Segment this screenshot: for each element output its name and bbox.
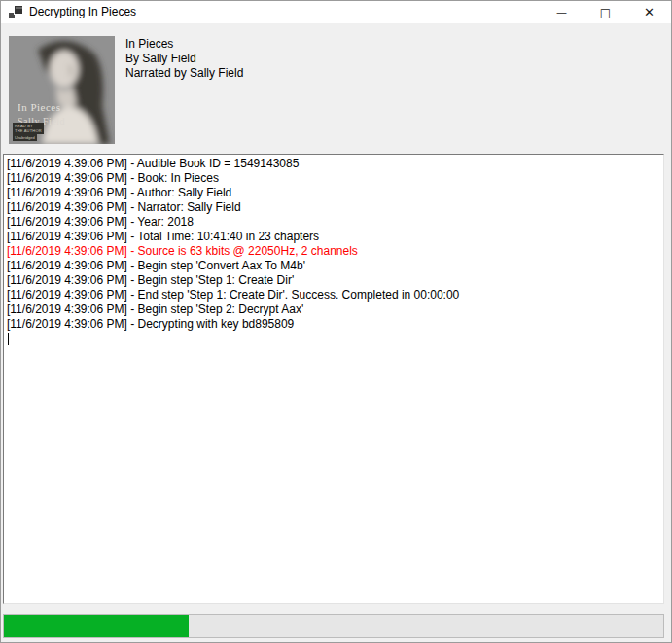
book-info-label: In Pieces By Sally Field Narrated by Sal… <box>125 37 243 81</box>
book-author: By Sally Field <box>125 52 243 66</box>
window-title: Decrypting In Pieces <box>29 1 136 23</box>
close-icon: ✕ <box>644 5 654 19</box>
log-line: [11/6/2019 4:39:06 PM] - Source is 63 kb… <box>7 244 660 259</box>
cover-unabridged-badge: Unabridged <box>13 134 37 141</box>
log-line: [11/6/2019 4:39:06 PM] - Audible Book ID… <box>7 157 660 171</box>
book-cover-image: In Pieces Sally Field READ BYTHE AUTHOR … <box>9 36 115 144</box>
log-line: [11/6/2019 4:39:06 PM] - Begin step 'Ste… <box>7 273 660 288</box>
maximize-button[interactable]: □ <box>584 1 627 23</box>
book-narrator: Narrated by Sally Field <box>125 66 243 81</box>
log-textbox[interactable]: [11/6/2019 4:39:06 PM] - Audible Book ID… <box>3 154 664 604</box>
log-line: [11/6/2019 4:39:06 PM] - Year: 2018 <box>7 215 660 230</box>
maximize-icon: □ <box>600 6 611 19</box>
close-button[interactable]: ✕ <box>627 1 671 23</box>
log-line: [11/6/2019 4:39:06 PM] - End step 'Step … <box>7 288 660 303</box>
minimize-button[interactable]: — <box>540 1 584 23</box>
log-line: [11/6/2019 4:39:06 PM] - Begin step 'Con… <box>7 259 660 273</box>
cover-title-text: In Pieces <box>18 101 61 114</box>
log-line: [11/6/2019 4:39:06 PM] - Narrator: Sally… <box>7 200 660 215</box>
app-window: Decrypting In Pieces — □ ✕ In Pieces Sal… <box>0 0 672 643</box>
book-title: In Pieces <box>125 37 243 52</box>
log-line: [11/6/2019 4:39:06 PM] - Begin step 'Ste… <box>7 303 660 317</box>
log-line: [11/6/2019 4:39:06 PM] - Decrypting with… <box>7 317 660 332</box>
text-caret <box>8 333 9 345</box>
title-bar[interactable]: Decrypting In Pieces — □ ✕ <box>1 1 671 23</box>
minimize-icon: — <box>556 6 567 18</box>
app-window-icon <box>9 6 22 18</box>
log-line: [11/6/2019 4:39:06 PM] - Book: In Pieces <box>7 171 660 186</box>
cover-read-by-badge: READ BYTHE AUTHOR <box>13 123 44 134</box>
progress-bar-fill <box>4 615 189 637</box>
log-line: [11/6/2019 4:39:06 PM] - Author: Sally F… <box>7 186 660 200</box>
log-line: [11/6/2019 4:39:06 PM] - Total Time: 10:… <box>7 230 660 244</box>
decrypt-progress-bar <box>3 614 664 638</box>
